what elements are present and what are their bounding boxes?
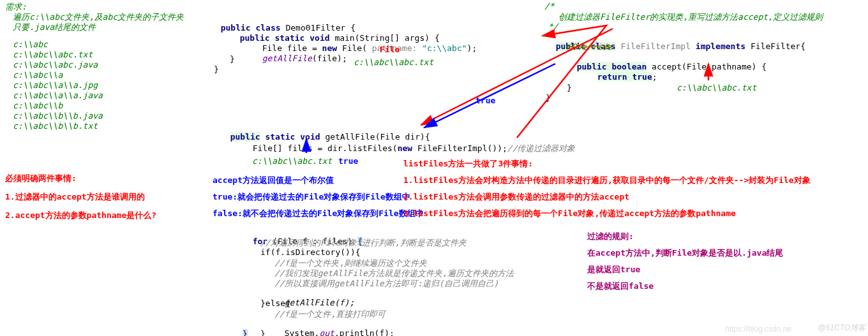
red-l3: 3.listFiles方法会把遍历得到的每一个File对象,传递过accept方… <box>403 208 736 219</box>
red-l2: 2.listFiles方法会调用参数传递的过滤器中的方法accept <box>403 191 629 203</box>
kw-impl: implements <box>696 41 745 51</box>
code-lf-cmt: //传递过滤器对象 <box>507 143 576 153</box>
rt-rb2: } <box>546 93 551 103</box>
code-rbr2: } <box>214 64 219 74</box>
mid-true: true <box>475 96 495 105</box>
rt-accept: accept(File pathname) { <box>652 62 767 71</box>
req-p4: c:\\abc\\a <box>13 70 63 80</box>
rt-ret: return true <box>597 72 652 82</box>
rt-gclass: FileFilterImpl <box>620 41 691 51</box>
req-p9: c:\\abc\\b\\b.txt <box>13 121 98 131</box>
req-p1: c:\\abc <box>13 40 48 49</box>
req-p2: c:\\abc\\abc.txt <box>13 50 93 59</box>
watermark-csdn: https://blog.csdn.ne <box>725 325 791 333</box>
redleft-l2: 2.accept方法的参数pathname是什么? <box>5 210 156 221</box>
blue-l2: true:就会把传递过去的File对象保存到File数组中 <box>213 191 410 203</box>
pink-l3: 不是就返回false <box>587 281 654 292</box>
code-rbB: } <box>243 329 248 336</box>
code-if: if(f.isDirectory()){ <box>260 247 361 257</box>
rt-rb1: } <box>567 83 572 92</box>
code-rbr1: } <box>230 54 235 64</box>
code-string: "c:\\abc" <box>422 43 467 53</box>
rt-override: @Override <box>567 42 611 52</box>
code-out: out <box>319 328 334 336</box>
pink-t: 过滤的规则: <box>587 231 634 242</box>
req-p7: c:\\abc\\b <box>13 101 63 110</box>
code-rbA: } <box>260 329 266 336</box>
red-t: listFiles方法一共做了3件事情: <box>403 158 533 170</box>
code-lf-ctor: FileFilterImpl()); <box>417 143 507 153</box>
blue-l1: accept方法返回值是一个布尔值 <box>213 175 334 186</box>
blue-l3: false:就不会把传递过去的File对象保存到File数组中 <box>213 208 424 219</box>
label-filepath: c:\\abc\\abc.txt <box>354 57 433 67</box>
code-listfiles: File[] files = dir.listFiles(new FileFil… <box>243 133 576 154</box>
req-p6: c:\\abc\\a\\a.java <box>13 91 103 100</box>
red-l1: 1.listFiles方法会对构造方法中传递的目录进行遍历,获取目录中的每一个文… <box>403 175 811 186</box>
rt-c1: /* <box>544 1 555 11</box>
redleft-t: 必须明确两件事情: <box>5 173 77 184</box>
req-p3: c:\\abc\\abc.java <box>13 60 98 69</box>
rt-c2: 创建过滤器FileFilter的实现类,重写过滤方法accept,定义过滤规则 <box>558 11 823 23</box>
code-close: ); <box>467 43 477 53</box>
rt-path: c:\\abc\\abc.txt <box>677 83 756 92</box>
code-callarg: (file); <box>312 54 347 63</box>
watermark-51cto: @51CTO博客 <box>818 323 865 333</box>
code-m2-true: true <box>338 156 358 166</box>
label-file: File <box>380 45 400 54</box>
kw-new2: new <box>398 143 412 153</box>
code-else: }else{ <box>260 298 290 308</box>
req-p5: c:\\abc\\a\\a.jpg <box>13 80 98 90</box>
rt-semi: ; <box>652 72 657 82</box>
rt-iface: FileFilter{ <box>751 41 805 51</box>
code-lf-line: File[] files = dir.listFiles( <box>253 143 398 153</box>
pink-l1: 在accept方法中,判断File对象是否是以.java结尾 <box>587 247 783 259</box>
rt-return: return true; <box>587 62 657 82</box>
code-callrec-span: getAllFile(f); <box>285 298 355 307</box>
redleft-l1: 1.过滤器中的accept方法是谁调用的 <box>5 191 145 203</box>
code-call: getAllFile <box>262 54 312 63</box>
rt-c3: */ <box>548 22 558 31</box>
pink-l2: 是就返回true <box>587 264 640 275</box>
req-l2: 只要.java结尾的文件 <box>13 22 96 33</box>
code-println-rest: .println(f); <box>334 328 394 336</box>
req-p8: c:\\abc\\b\\b.java <box>13 111 103 121</box>
code-println: System.out.println(f); <box>274 319 394 336</box>
code-sys: System. <box>285 328 320 336</box>
code-m2-path: c:\\abc\\abc.txt <box>252 156 332 166</box>
code-getallfile-call: getAllFile(file); <box>252 44 347 63</box>
